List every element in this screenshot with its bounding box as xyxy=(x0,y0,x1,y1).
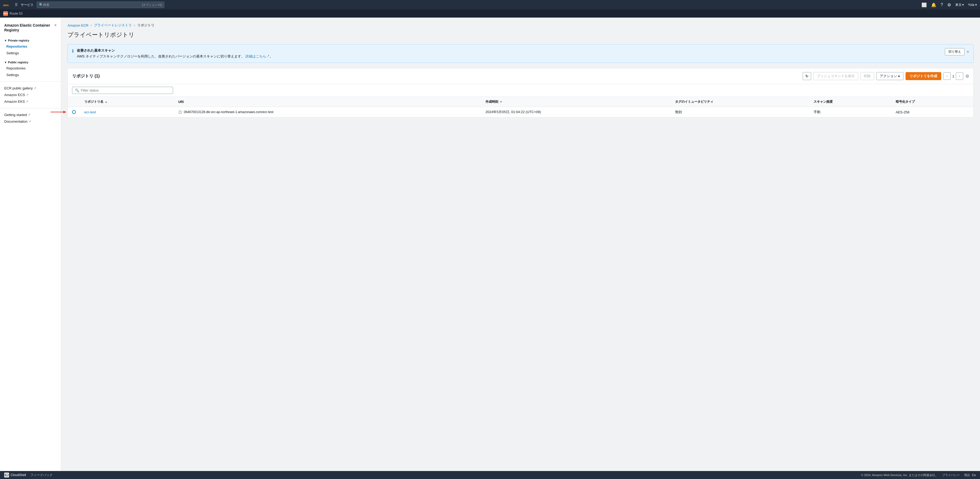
delete-button[interactable]: 削除 xyxy=(861,72,874,80)
external-link-icon: ↗ xyxy=(28,113,30,117)
page-prev-button[interactable]: ‹ xyxy=(943,72,951,80)
search-icon: 🔍 xyxy=(39,3,43,6)
row-name-cell: ecr-test xyxy=(80,107,174,117)
banner-content: 改善された基本スキャン AWS ネイティブスキャンテクノロジーを利用した、改善さ… xyxy=(77,48,942,59)
th-created[interactable]: 作成時刻 ▼ xyxy=(481,97,671,107)
info-icon: ℹ xyxy=(72,48,74,53)
th-name[interactable]: リポジトリ名 ▲ xyxy=(80,97,174,107)
row-tag-immutability-cell: 無効 xyxy=(671,107,810,117)
create-repo-button[interactable]: リポジトリを作成 xyxy=(905,72,941,80)
public-section-arrow: ▼ xyxy=(4,61,7,64)
user-menu[interactable]: Yuta ▾ xyxy=(968,3,977,6)
row-created-cell: 2024年5月05日, 01:04:22 (UTC+09) xyxy=(481,107,671,117)
push-command-button[interactable]: プッシュコマンドを表示 xyxy=(813,72,858,80)
switch-button[interactable]: 切り替え xyxy=(945,48,964,55)
sidebar: Amazon Elastic Container Registry × ▼ Pr… xyxy=(0,18,61,471)
filter-container: 🔍 xyxy=(68,84,974,97)
banner-actions: 切り替え × xyxy=(945,48,969,55)
repo-count-area: リポジトリ (1) xyxy=(72,73,100,79)
svg-marker-2 xyxy=(63,111,67,113)
banner-link[interactable]: 詳細はこちら xyxy=(245,54,266,58)
table-header-row: リポジトリ名 ▲ URI 作成時刻 ▼ タグのイミュータビリティ xyxy=(68,97,974,107)
region-selector[interactable]: 東京 ▾ xyxy=(955,3,964,7)
sidebar-header: Amazon Elastic Container Registry × xyxy=(0,23,61,37)
sidebar-divider xyxy=(0,81,61,82)
repository-table: リポジトリ名 ▲ URI 作成時刻 ▼ タグのイミュータビリティ xyxy=(68,97,974,117)
route53-icon: R53 xyxy=(3,11,8,16)
sidebar-documentation[interactable]: Documentation ↗ xyxy=(0,118,61,125)
table-settings-icon[interactable]: ⚙ xyxy=(966,74,969,79)
filter-search-icon: 🔍 xyxy=(75,88,79,93)
row-select-cell xyxy=(68,107,80,117)
main-content: Amazon ECR › プライベートレジストリ › リポジトリ プライベートリ… xyxy=(61,18,980,471)
breadcrumb-current: リポジトリ xyxy=(137,23,154,28)
sidebar-amazon-ecs[interactable]: Amazon ECS ↗ xyxy=(0,91,61,98)
banner-description: AWS ネイティブスキャンテクノロジーを利用した、改善されたバージョンの基本スキ… xyxy=(77,54,942,59)
page-number: 1 xyxy=(952,74,954,78)
external-link-icon: ↗ xyxy=(34,86,36,90)
filter-input[interactable] xyxy=(81,88,170,93)
sidebar-section-private[interactable]: ▼ Private registry xyxy=(0,37,61,43)
sidebar-item-private-settings[interactable]: Settings xyxy=(0,50,61,56)
top-navigation: aws ⠿ サービス 🔍 [オプション+S] ⬜ 🔔 ? ⚙ 東京 ▾ Yuta… xyxy=(0,0,980,10)
sort-icon-created: ▼ xyxy=(500,100,502,103)
sidebar-item-public-repositories[interactable]: Repositories xyxy=(0,65,61,72)
breadcrumb-sep-1: › xyxy=(91,24,92,27)
sidebar-ecr-gallery[interactable]: ECR public gallery ↗ xyxy=(0,85,61,91)
breadcrumb-private-registry[interactable]: プライベートレジストリ xyxy=(94,23,132,28)
terminal-icon[interactable]: ⬜ xyxy=(921,2,927,8)
sidebar-item-public-settings[interactable]: Settings xyxy=(0,72,61,78)
banner-title: 改善された基本スキャン xyxy=(77,48,942,53)
aws-logo[interactable]: aws xyxy=(3,2,12,8)
row-radio[interactable] xyxy=(72,110,76,114)
svg-text:aws: aws xyxy=(3,3,9,6)
service-tab-route53[interactable]: R53 Route 53 xyxy=(3,11,22,16)
repo-title: リポジトリ (1) xyxy=(72,73,100,79)
refresh-icon: ↻ xyxy=(805,74,808,78)
repo-name-link[interactable]: ecr-test xyxy=(84,110,96,114)
nav-right: ⬜ 🔔 ? ⚙ 東京 ▾ Yuta ▾ xyxy=(921,2,977,8)
close-banner-button[interactable]: × xyxy=(967,49,969,54)
th-tag-immutability: タグのイミュータビリティ xyxy=(671,97,810,107)
table-row: ecr-test 📋 064670013128.dkr.ecr.ap-north… xyxy=(68,107,974,117)
bell-icon[interactable]: 🔔 xyxy=(931,2,936,8)
row-uri-cell: 📋 064670013128.dkr.ecr.ap-northeast-1.am… xyxy=(174,107,481,117)
settings-icon[interactable]: ⚙ xyxy=(947,2,951,8)
main-layout: Amazon Elastic Container Registry × ▼ Pr… xyxy=(0,18,980,471)
search-shortcut: [オプション+S] xyxy=(142,3,162,7)
copy-uri-icon[interactable]: 📋 xyxy=(178,110,182,114)
repo-actions: ↻ プッシュコマンドを表示 削除 アクション ▾ リポジトリを作成 ‹ 1 › … xyxy=(803,72,969,80)
filter-input-area[interactable]: 🔍 xyxy=(72,87,173,94)
breadcrumb-ecr[interactable]: Amazon ECR xyxy=(68,24,89,27)
sort-icon-name: ▲ xyxy=(105,100,107,103)
panel-header: リポジトリ (1) ↻ プッシュコマンドを表示 削除 アクション ▾ リポジトリ… xyxy=(68,69,974,84)
pagination: ‹ 1 › xyxy=(943,72,963,80)
page-next-button[interactable]: › xyxy=(956,72,963,80)
refresh-button[interactable]: ↻ xyxy=(803,72,811,80)
arrow-annotation xyxy=(51,109,67,115)
row-encryption-type-cell: AES-256 xyxy=(891,107,974,117)
breadcrumb-sep-2: › xyxy=(134,24,135,27)
action-arrow-icon: ▾ xyxy=(898,74,900,78)
search-bar[interactable]: 🔍 [オプション+S] xyxy=(37,2,164,8)
help-icon[interactable]: ? xyxy=(941,2,943,7)
sidebar-amazon-eks[interactable]: Amazon EKS ↗ xyxy=(0,98,61,105)
private-section-arrow: ▼ xyxy=(4,39,7,42)
services-button[interactable]: サービス xyxy=(21,3,33,7)
sidebar-section-public[interactable]: ▼ Public registry xyxy=(0,59,61,65)
sidebar-item-private-repositories[interactable]: Repositories xyxy=(0,43,61,50)
th-encryption-type: 暗号化タイプ xyxy=(891,97,974,107)
row-scan-frequency-cell: 手動 xyxy=(809,107,891,117)
th-uri: URI xyxy=(174,97,481,107)
info-banner: ℹ 改善された基本スキャン AWS ネイティブスキャンテクノロジーを利用した、改… xyxy=(68,44,974,63)
page-title: プライベートリポジトリ xyxy=(68,31,974,39)
breadcrumb: Amazon ECR › プライベートレジストリ › リポジトリ xyxy=(68,23,974,28)
action-button[interactable]: アクション ▾ xyxy=(876,72,904,80)
sidebar-title: Amazon Elastic Container Registry xyxy=(4,23,52,32)
repository-panel: リポジトリ (1) ↻ プッシュコマンドを表示 削除 アクション ▾ リポジトリ… xyxy=(68,68,974,117)
search-input[interactable] xyxy=(43,3,142,6)
grid-icon[interactable]: ⠿ xyxy=(15,3,18,7)
sidebar-close-button[interactable]: × xyxy=(54,23,57,28)
external-link-icon: ↗ xyxy=(26,100,28,103)
external-link-icon: ↗ xyxy=(29,120,31,123)
